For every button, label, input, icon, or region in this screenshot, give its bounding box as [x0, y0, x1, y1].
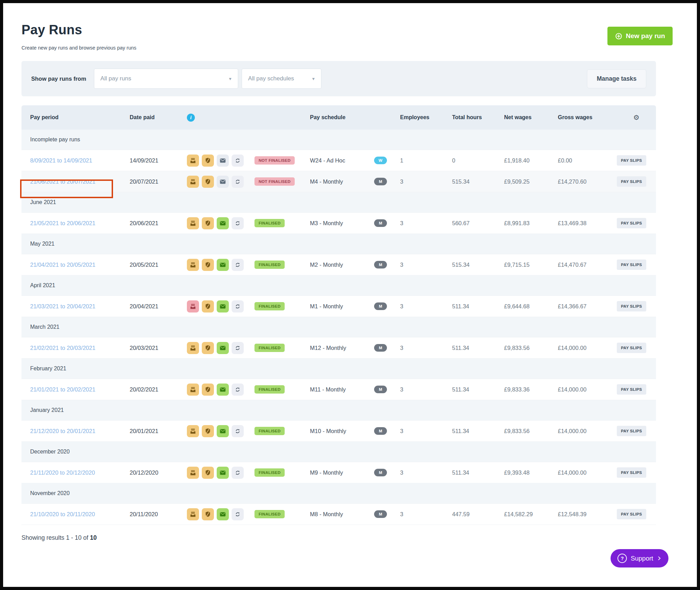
- status-cell: FINALISED: [254, 219, 310, 227]
- pay-period-cell: 21/01/2021 to 20/02/2021: [21, 386, 130, 393]
- page-subtitle: Create new pay runs and browse previous …: [21, 45, 656, 51]
- pay-slips-button[interactable]: PAY SLIPS: [617, 426, 646, 436]
- pay-slips-cell: PAY SLIPS: [617, 467, 656, 478]
- status-badge: FINALISED: [254, 468, 285, 477]
- section-header-row: May 2021: [21, 234, 656, 254]
- pay-period-link[interactable]: 21/10/2020 to 20/11/2020: [30, 511, 95, 518]
- status-cell: FINALISED: [254, 427, 310, 435]
- status-cell: FINALISED: [254, 510, 310, 518]
- date-paid-value: 20/05/2021: [130, 262, 187, 268]
- date-paid-value: 20/02/2021: [130, 386, 187, 393]
- gross-wages-value: £14,000.00: [558, 469, 617, 476]
- pay-schedule-value: W24 - Ad Hoc: [310, 157, 374, 164]
- status-icons-group: [187, 155, 254, 167]
- pay-schedule-value: M8 - Monthly: [310, 511, 374, 518]
- frequency-badge-cell: M: [374, 261, 400, 268]
- journal-icon: [187, 155, 199, 167]
- column-header-gross-wages: Gross wages: [558, 114, 617, 121]
- frequency-badge-cell: M: [374, 344, 400, 352]
- sync-icon: [232, 217, 244, 229]
- status-badge: NOT FINALISED: [254, 177, 295, 186]
- pay-slips-button[interactable]: PAY SLIPS: [617, 384, 646, 395]
- pay-period-link[interactable]: 8/09/2021 to 14/09/2021: [30, 157, 92, 164]
- status-icons-group: [187, 217, 254, 229]
- frequency-badge-cell: M: [374, 510, 400, 518]
- net-wages-value: £9,509.25: [504, 178, 558, 185]
- sync-icon: [232, 425, 244, 437]
- pay-slips-button[interactable]: PAY SLIPS: [617, 155, 646, 166]
- pay-period-link[interactable]: 21/04/2021 to 20/05/2021: [30, 262, 95, 268]
- sync-icon: [232, 300, 244, 312]
- schedule-frequency-badge: M: [374, 469, 387, 476]
- schedule-frequency-badge: M: [374, 386, 387, 393]
- shield-icon: [202, 217, 214, 229]
- pay-schedule-value: M4 - Monthly: [310, 178, 374, 185]
- pay-slips-button[interactable]: PAY SLIPS: [617, 301, 646, 311]
- manage-tasks-button[interactable]: Manage tasks: [587, 69, 646, 88]
- info-icon[interactable]: [187, 114, 195, 122]
- pay-period-link[interactable]: 21/11/2020 to 20/12/2020: [30, 469, 95, 476]
- question-circle-icon: [617, 554, 627, 563]
- envelope-icon: [217, 467, 229, 479]
- table-header-row: Pay period Date paid Pay schedule Employ…: [21, 105, 656, 130]
- envelope-icon: [217, 425, 229, 437]
- pay-period-link[interactable]: 21/01/2021 to 20/02/2021: [30, 386, 95, 393]
- pay-run-row: 21/11/2020 to 20/12/202020/12/2020FINALI…: [21, 462, 656, 483]
- status-badge: FINALISED: [254, 302, 285, 310]
- employees-value: 1: [400, 157, 452, 164]
- total-hours-value: 560.67: [452, 220, 504, 227]
- journal-icon: [187, 425, 199, 437]
- status-cell: NOT FINALISED: [254, 177, 310, 186]
- pay-slips-button[interactable]: PAY SLIPS: [617, 218, 646, 228]
- frequency-badge-cell: M: [374, 469, 400, 476]
- net-wages-value: £9,833.36: [504, 386, 558, 393]
- employees-value: 3: [400, 511, 452, 518]
- pay-slips-button[interactable]: PAY SLIPS: [617, 176, 646, 187]
- pay-period-link[interactable]: 21/03/2021 to 20/04/2021: [30, 303, 95, 310]
- chevron-right-icon: [657, 556, 662, 561]
- pay-runs-filter-dropdown[interactable]: All pay runs: [94, 69, 238, 89]
- pay-slips-cell: PAY SLIPS: [617, 426, 656, 436]
- total-hours-value: 511.34: [452, 303, 504, 310]
- support-button[interactable]: Support: [611, 549, 668, 567]
- section-label: February 2021: [21, 366, 66, 372]
- pay-slips-button[interactable]: PAY SLIPS: [617, 509, 646, 519]
- gear-icon[interactable]: [633, 113, 640, 122]
- net-wages-value: £9,715.15: [504, 262, 558, 268]
- employees-value: 3: [400, 178, 452, 185]
- pay-slips-button[interactable]: PAY SLIPS: [617, 259, 646, 270]
- frequency-badge-cell: M: [374, 386, 400, 393]
- employees-value: 3: [400, 303, 452, 310]
- status-icons-group: [187, 425, 254, 437]
- section-header-row: December 2020: [21, 442, 656, 462]
- status-cell: FINALISED: [254, 344, 310, 352]
- employees-value: 3: [400, 220, 452, 227]
- pay-slips-button[interactable]: PAY SLIPS: [617, 343, 646, 353]
- new-pay-run-button[interactable]: New pay run: [607, 27, 673, 45]
- pay-schedule-value: M3 - Monthly: [310, 220, 374, 227]
- total-hours-value: 511.34: [452, 345, 504, 351]
- date-paid-value: 20/11/2020: [130, 511, 187, 518]
- net-wages-value: £9,833.56: [504, 428, 558, 434]
- status-cell: FINALISED: [254, 302, 310, 310]
- schedule-frequency-badge: M: [374, 219, 387, 227]
- pay-slips-cell: PAY SLIPS: [617, 218, 656, 228]
- pay-runs-table: Pay period Date paid Pay schedule Employ…: [21, 105, 656, 525]
- section-label: January 2021: [21, 407, 64, 413]
- status-icons-group: [187, 467, 254, 479]
- column-header-pay-period: Pay period: [21, 114, 130, 121]
- pay-period-link[interactable]: 21/06/2021 to 20/07/2021: [30, 178, 95, 185]
- pay-schedules-filter-dropdown[interactable]: All pay schedules: [242, 69, 321, 89]
- pay-period-link[interactable]: 21/05/2021 to 20/06/2021: [30, 220, 95, 227]
- pay-period-link[interactable]: 21/02/2021 to 20/03/2021: [30, 345, 95, 351]
- status-cell: FINALISED: [254, 261, 310, 269]
- pay-schedule-value: M9 - Monthly: [310, 469, 374, 476]
- status-badge: FINALISED: [254, 261, 285, 269]
- pay-period-link[interactable]: 21/12/2020 to 20/01/2021: [30, 428, 95, 434]
- schedule-frequency-badge: M: [374, 261, 387, 268]
- pay-slips-button[interactable]: PAY SLIPS: [617, 467, 646, 478]
- envelope-icon: [217, 155, 229, 167]
- schedule-frequency-badge: M: [374, 510, 387, 518]
- envelope-icon: [217, 217, 229, 229]
- pay-run-row: 21/02/2021 to 20/03/202120/03/2021FINALI…: [21, 337, 656, 359]
